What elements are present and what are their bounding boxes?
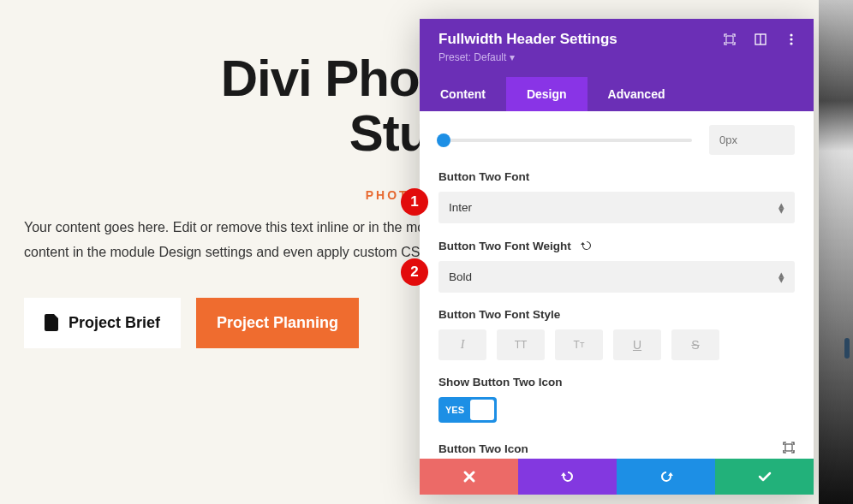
button-icon-label-row: Button Two Icon [438,442,795,456]
expand-icon[interactable] [783,442,795,456]
panel-title: Fullwidth Header Settings [438,31,617,48]
uppercase-button[interactable]: TT [497,329,545,360]
font-weight-label: Button Two Font Weight [438,239,795,252]
font-weight-value: Bold [449,270,472,283]
font-label: Button Two Font [438,170,795,183]
panel-header: Fullwidth Header Settings Preset: Defaul… [420,19,814,67]
strikethrough-button[interactable]: S [671,329,719,360]
panel-body[interactable]: Button Two Font Inter ▴▾ Button Two Font… [420,111,814,459]
scroll-handle[interactable] [844,338,850,359]
letter-spacing-slider[interactable] [438,139,692,142]
font-style-buttons: I TT TT U S [438,329,795,360]
italic-button[interactable]: I [438,329,486,360]
font-style-label: Button Two Font Style [438,308,795,321]
settings-panel: Fullwidth Header Settings Preset: Defaul… [420,19,814,495]
more-icon[interactable] [784,33,798,46]
underline-button[interactable]: U [613,329,661,360]
callout-1: 1 [401,188,428,216]
redo-button[interactable] [617,459,715,495]
preset-label[interactable]: Preset: Default ▾ [438,51,798,63]
font-select[interactable]: Inter ▴▾ [438,192,795,223]
smallcaps-button[interactable]: TT [555,329,603,360]
font-value: Inter [449,201,472,214]
show-icon-toggle[interactable]: YES [438,397,497,423]
project-brief-label: Project Brief [69,314,160,332]
columns-icon[interactable] [754,33,767,46]
project-brief-button[interactable]: Project Brief [24,298,181,348]
svg-point-4 [790,38,792,40]
cancel-button[interactable] [420,459,518,495]
tab-advanced[interactable]: Advanced [588,77,686,111]
svg-point-3 [790,33,792,36]
reset-icon[interactable] [580,239,594,252]
toggle-label: YES [445,405,464,415]
project-planning-label: Project Planning [217,314,338,332]
undo-button[interactable] [518,459,617,495]
chevron-down-icon: ▾ [510,51,515,63]
updown-icon: ▴▾ [778,203,784,213]
panel-action-bar [420,459,814,495]
tab-content[interactable]: Content [420,77,506,111]
letter-spacing-row [438,125,795,155]
expand-icon[interactable] [723,33,737,46]
svg-rect-0 [726,36,733,43]
callout-2: 2 [401,258,428,286]
font-weight-select[interactable]: Bold ▴▾ [438,261,795,293]
button-icon-label: Button Two Icon [438,442,528,455]
save-button[interactable] [715,459,814,495]
project-planning-button[interactable]: Project Planning [196,298,359,348]
document-icon [45,314,60,331]
svg-point-5 [790,42,792,44]
slider-thumb[interactable] [437,133,450,147]
tab-design[interactable]: Design [506,77,588,111]
toggle-knob [470,400,494,420]
svg-rect-6 [785,444,792,451]
letter-spacing-value[interactable] [709,125,795,155]
updown-icon: ▴▾ [778,272,784,282]
show-icon-label: Show Button Two Icon [438,376,795,388]
panel-tabs: Content Design Advanced [420,67,814,111]
